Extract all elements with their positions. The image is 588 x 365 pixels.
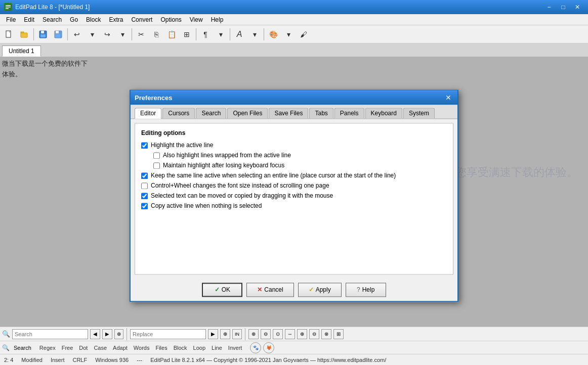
preferences-dialog: Preferences ✕ Editor Cursors Search Open… [130, 89, 458, 302]
toggle-dot[interactable]: Dot [77, 345, 90, 351]
toggle-line[interactable]: Line [209, 345, 224, 351]
search-zoom-2[interactable]: ⊖ [261, 329, 271, 339]
search-icon: 🔍 [2, 330, 10, 338]
help-label: Help [362, 286, 375, 293]
dialog-tab-panels[interactable]: Panels [334, 108, 364, 118]
dialog-tab-tabs[interactable]: Tabs [309, 108, 333, 118]
copyright-info: EditPad Lite 8.2.1 x64 — Copyright © 199… [150, 357, 386, 363]
menu-edit[interactable]: Edit [20, 14, 38, 25]
toolbar-sep-4 [196, 28, 196, 40]
label-highlight-wrapped: Also highlight lines wrapped from the ac… [163, 152, 291, 159]
toggle-free[interactable]: Free [60, 345, 75, 351]
toolbar-sep-6 [264, 28, 264, 40]
cut-button[interactable]: ✂ [134, 27, 148, 41]
svg-rect-1 [6, 5, 11, 6]
menu-help[interactable]: Help [207, 14, 228, 25]
checkbox-copy-active-line[interactable] [141, 203, 148, 209]
tab-label: Untitled 1 [9, 48, 34, 55]
redo-button[interactable]: ↪ [100, 27, 114, 41]
search-btn-7[interactable]: ⊗ [321, 329, 331, 339]
dialog-tab-open-files[interactable]: Open Files [227, 108, 268, 118]
svg-rect-3 [6, 8, 9, 9]
tab-untitled1[interactable]: Untitled 1 [2, 45, 41, 57]
checkbox-highlight-wrapped[interactable] [153, 152, 160, 159]
menu-options[interactable]: Options [156, 14, 185, 25]
menu-search[interactable]: Search [38, 14, 66, 25]
replace-input[interactable] [130, 329, 206, 339]
format-dropdown[interactable]: ▾ [214, 27, 228, 41]
search-all-button[interactable]: ⊕ [114, 329, 123, 339]
dialog-tab-save-files[interactable]: Save Files [269, 108, 308, 118]
dialog-tabs: Editor Cursors Search Open Files Save Fi… [131, 105, 457, 119]
svg-rect-6 [21, 33, 27, 37]
dialog-tab-system[interactable]: System [403, 108, 435, 118]
replace-in-sel-button[interactable]: IN [232, 329, 242, 339]
search-prev-button[interactable]: ◀ [90, 329, 100, 339]
replace-all-button[interactable]: ⊕ [220, 329, 230, 339]
dialog-tab-search[interactable]: Search [196, 108, 226, 118]
toolbar: ↩ ▾ ↪ ▾ ✂ ⎘ 📋 ⊞ ¶ ▾ A ▾ 🎨 ▾ 🖌 [0, 25, 588, 43]
checkbox-maintain-highlight[interactable] [153, 162, 160, 169]
apply-button[interactable]: ✓ Apply [298, 283, 342, 297]
toggle-adapt[interactable]: Adapt [111, 345, 130, 351]
maximize-button[interactable]: □ [557, 2, 570, 12]
search-zoom-in[interactable]: ⊕ [297, 329, 307, 339]
highlight-button[interactable]: 🖌 [297, 27, 311, 41]
search-input[interactable] [12, 329, 88, 339]
menu-extra[interactable]: Extra [105, 14, 127, 25]
paste-special-button[interactable]: ⊞ [180, 27, 194, 41]
cancel-button[interactable]: ✕ Cancel [246, 283, 293, 297]
search-zoom-3[interactable]: ⊙ [273, 329, 283, 339]
checkbox-selected-text-drag[interactable] [141, 193, 148, 199]
menu-convert[interactable]: Convert [127, 14, 156, 25]
search-label: Search [14, 345, 31, 351]
toggle-files[interactable]: Files [153, 345, 169, 351]
undo-button[interactable]: ↩ [70, 27, 84, 41]
font-dropdown[interactable]: ▾ [247, 27, 262, 41]
checkbox-ctrl-wheel[interactable] [141, 182, 148, 189]
dialog-tab-editor[interactable]: Editor [135, 108, 161, 119]
toggle-invert[interactable]: Invert [226, 345, 244, 351]
toggle-case[interactable]: Case [92, 345, 109, 351]
search-btn-4[interactable]: ↔ [285, 329, 295, 339]
pet-button-2[interactable]: 🦊 [263, 342, 274, 353]
menu-go[interactable]: Go [66, 14, 82, 25]
pet-buttons: 🐾 🦊 [250, 342, 274, 353]
copy-button[interactable]: ⎘ [149, 27, 163, 41]
search-zoom-1[interactable]: ⊕ [248, 329, 259, 339]
search-next-button[interactable]: ▶ [102, 329, 112, 339]
help-button[interactable]: ? Help [346, 283, 386, 297]
font-button[interactable]: A [232, 27, 246, 41]
redo-dropdown[interactable]: ▾ [115, 27, 130, 41]
checkbox-highlight-active[interactable] [141, 142, 148, 149]
undo-dropdown[interactable]: ▾ [85, 27, 99, 41]
search-zoom-out[interactable]: ⊖ [309, 329, 319, 339]
color-button[interactable]: 🎨 [266, 27, 280, 41]
menu-block[interactable]: Block [82, 14, 105, 25]
color-dropdown[interactable]: ▾ [281, 27, 296, 41]
toggle-block[interactable]: Block [172, 345, 189, 351]
ok-button[interactable]: ✓ OK [202, 283, 242, 297]
close-button[interactable]: ✕ [571, 2, 584, 12]
search-btn-8[interactable]: ⊞ [333, 329, 344, 339]
save-button[interactable] [36, 27, 50, 41]
minimize-button[interactable]: − [542, 2, 556, 12]
dialog-tab-cursors[interactable]: Cursors [162, 108, 195, 118]
toggle-regex[interactable]: Regex [37, 345, 58, 351]
toggle-words[interactable]: Words [132, 345, 152, 351]
dialog-close-button[interactable]: ✕ [443, 93, 453, 103]
format-button[interactable]: ¶ [198, 27, 213, 41]
open-button[interactable] [17, 27, 31, 41]
save-all-button[interactable] [51, 27, 65, 41]
menu-file[interactable]: File [2, 14, 20, 25]
replace-button[interactable]: ▶ [208, 329, 218, 339]
menu-view[interactable]: View [186, 14, 207, 25]
app-title: EditPad Lite 8 - [*Untitled 1] [15, 4, 542, 11]
checkbox-keep-same-line[interactable] [141, 172, 148, 179]
svg-rect-13 [55, 34, 60, 37]
pet-button-1[interactable]: 🐾 [250, 342, 261, 353]
toggle-loop[interactable]: Loop [191, 345, 207, 351]
paste-button[interactable]: 📋 [164, 27, 179, 41]
dialog-tab-keyboard[interactable]: Keyboard [365, 108, 402, 118]
new-button[interactable] [2, 27, 16, 41]
